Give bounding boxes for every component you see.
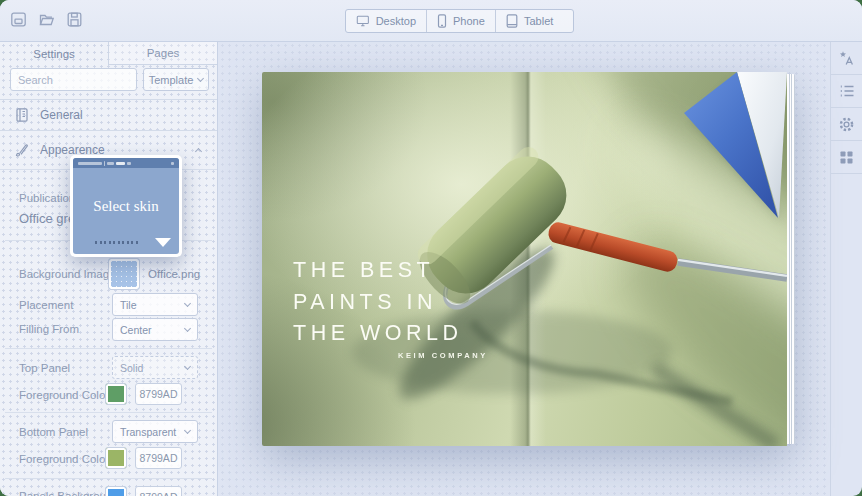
sidebar-tabs: Settings Pages	[0, 42, 217, 65]
background-image-filename: Office.png	[148, 268, 200, 280]
publication-icon[interactable]	[10, 11, 30, 31]
device-desktop-button[interactable]: Desktop	[346, 10, 426, 32]
publication-preview[interactable]: THE BEST PAINTS IN THE WORLD KEIM COMPAN…	[262, 72, 795, 446]
divider	[5, 478, 212, 479]
app-window: Desktop Phone Tablet Settings Pages Temp…	[0, 0, 862, 496]
open-folder-icon[interactable]	[38, 11, 58, 31]
publication-toolbar	[830, 42, 862, 496]
skin-popup-title: Select skin	[73, 198, 179, 215]
device-tablet-label: Tablet	[524, 15, 553, 27]
top-panel-foreground-label: Foreground Color	[19, 389, 109, 401]
desktop-icon	[356, 14, 370, 28]
placement-label: Placement	[19, 299, 73, 311]
save-icon[interactable]	[66, 11, 86, 31]
divider	[5, 348, 212, 349]
settings-sidebar: Settings Pages Template General Appearen…	[0, 42, 218, 496]
chevron-down-icon	[184, 299, 191, 306]
top-panel-label: Top Panel	[19, 362, 70, 374]
select-skin-popup[interactable]: Select skin	[70, 155, 182, 257]
tablet-icon	[506, 14, 518, 28]
page-stack-edge	[787, 74, 795, 444]
chevron-down-icon	[197, 74, 204, 81]
bottom-panel-foreground-swatch[interactable]	[105, 447, 127, 469]
section-general-label: General	[40, 108, 83, 122]
panels-background-label: Panels Background	[19, 490, 119, 496]
settings-button[interactable]	[831, 108, 862, 141]
top-panel-foreground-hex[interactable]: 8799AD	[135, 383, 182, 405]
device-phone-label: Phone	[453, 15, 485, 27]
general-icon	[14, 107, 30, 123]
panels-background-swatch[interactable]	[105, 486, 127, 496]
tab-settings[interactable]: Settings	[0, 42, 108, 65]
tab-pages[interactable]: Pages	[108, 42, 217, 65]
device-desktop-label: Desktop	[376, 15, 416, 27]
chevron-up-icon	[195, 148, 202, 155]
top-toolbar: Desktop Phone Tablet	[0, 0, 862, 42]
skin-preview-pager	[95, 241, 138, 244]
placement-value: Tile	[120, 299, 137, 311]
translate-icon	[838, 50, 855, 67]
gear-icon	[838, 116, 855, 133]
device-switcher: Desktop Phone Tablet	[345, 9, 574, 33]
thumbnails-grid-icon	[839, 150, 854, 165]
filling-from-value: Center	[120, 324, 152, 336]
book-cover: THE BEST PAINTS IN THE WORLD KEIM COMPAN…	[262, 72, 787, 446]
device-tablet-button[interactable]: Tablet	[495, 10, 573, 32]
bottom-panel-value: Transparent	[120, 426, 176, 438]
table-of-contents-button[interactable]	[831, 75, 862, 108]
page-fold-corner[interactable]	[262, 72, 787, 446]
section-general[interactable]: General	[0, 99, 217, 131]
filling-from-label: Filling From	[19, 323, 79, 335]
top-panel-value: Solid	[120, 362, 143, 374]
brush-icon	[14, 142, 30, 158]
thumbnails-button[interactable]	[831, 141, 862, 174]
table-of-contents-icon	[839, 84, 855, 98]
translate-button[interactable]	[831, 42, 862, 75]
phone-icon	[437, 14, 447, 28]
bottom-panel-label: Bottom Panel	[19, 426, 88, 438]
template-label: Template	[149, 74, 194, 86]
background-image-label: Background Image	[19, 268, 116, 280]
bottom-panel-dropdown[interactable]: Transparent	[112, 420, 198, 443]
chevron-down-icon	[184, 426, 191, 433]
chevron-down-icon	[184, 362, 191, 369]
device-phone-button[interactable]: Phone	[426, 10, 495, 32]
divider	[5, 412, 212, 413]
search-input[interactable]	[10, 68, 137, 91]
filling-from-dropdown[interactable]: Center	[112, 318, 198, 341]
template-dropdown[interactable]: Template	[143, 68, 209, 91]
bottom-panel-foreground-hex[interactable]: 8799AD	[135, 447, 182, 469]
panels-background-hex[interactable]: 8799AD	[135, 486, 182, 496]
top-panel-dropdown[interactable]: Solid	[112, 356, 198, 379]
background-image-thumbnail[interactable]	[108, 258, 140, 290]
chevron-down-icon	[184, 324, 191, 331]
skin-preview: Select skin	[73, 158, 179, 254]
placement-dropdown[interactable]: Tile	[112, 293, 198, 316]
top-panel-foreground-swatch[interactable]	[105, 383, 127, 405]
skin-preview-topbar	[73, 158, 179, 168]
skin-popup-arrow-icon	[155, 238, 171, 247]
preview-area: THE BEST PAINTS IN THE WORLD KEIM COMPAN…	[219, 42, 830, 496]
bottom-panel-foreground-label: Foreground Color	[19, 453, 109, 465]
